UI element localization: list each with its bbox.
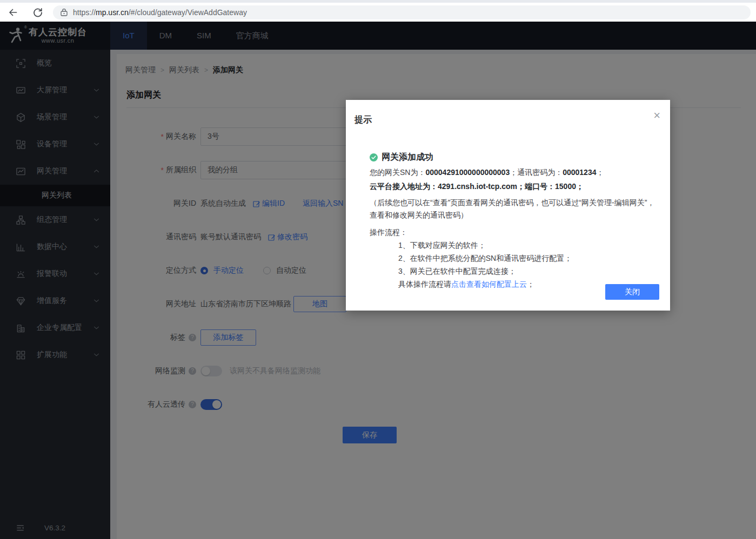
close-icon[interactable] bbox=[653, 110, 660, 122]
back-icon[interactable] bbox=[8, 7, 18, 18]
step-1: 1、下载对应网关的软件； bbox=[370, 241, 655, 251]
success-check-icon bbox=[370, 153, 378, 161]
step-3: 3、网关已在软件中配置完成连接； bbox=[370, 267, 655, 277]
gateway-sn-value: 00004291000000000003 bbox=[425, 168, 510, 177]
close-button[interactable]: 关闭 bbox=[605, 284, 659, 300]
steps-title: 操作流程： bbox=[370, 228, 655, 238]
address-bar[interactable]: https://mp.usr.cn/#/cloud/gateway/ViewAd… bbox=[53, 5, 751, 19]
dialog-title: 提示 bbox=[354, 114, 372, 126]
dialog-body: 网关添加成功 您的网关SN为：00004291000000000003；通讯密码… bbox=[370, 152, 655, 289]
cloud-address-line: 云平台接入地址为：4291.cnsh.iot-tcp.com；端口号：15000… bbox=[370, 181, 655, 192]
note-line: （后续您也可以在“查看”页面查看网关的通讯密码，也可以通过“网关管理-编辑网关”… bbox=[370, 197, 655, 221]
step-2: 2、在软件中把系统分配的SN和通讯密码进行配置； bbox=[370, 254, 655, 264]
sn-line: 您的网关SN为：00004291000000000003；通讯密码为：00001… bbox=[370, 167, 655, 178]
success-title: 网关添加成功 bbox=[382, 152, 433, 163]
url-text: https://mp.usr.cn/#/cloud/gateway/ViewAd… bbox=[73, 8, 247, 17]
success-heading: 网关添加成功 bbox=[370, 152, 655, 163]
config-guide-link[interactable]: 点击查看如何配置上云 bbox=[451, 280, 527, 288]
browser-chrome: https://mp.usr.cn/#/cloud/gateway/ViewAd… bbox=[0, 0, 756, 22]
browser-toolbar: https://mp.usr.cn/#/cloud/gateway/ViewAd… bbox=[0, 3, 756, 22]
refresh-icon[interactable] bbox=[32, 7, 43, 18]
lock-icon[interactable] bbox=[61, 8, 68, 16]
comm-password-value: 00001234 bbox=[563, 168, 596, 177]
success-dialog: 提示 网关添加成功 您的网关SN为：00004291000000000003；通… bbox=[346, 100, 670, 311]
